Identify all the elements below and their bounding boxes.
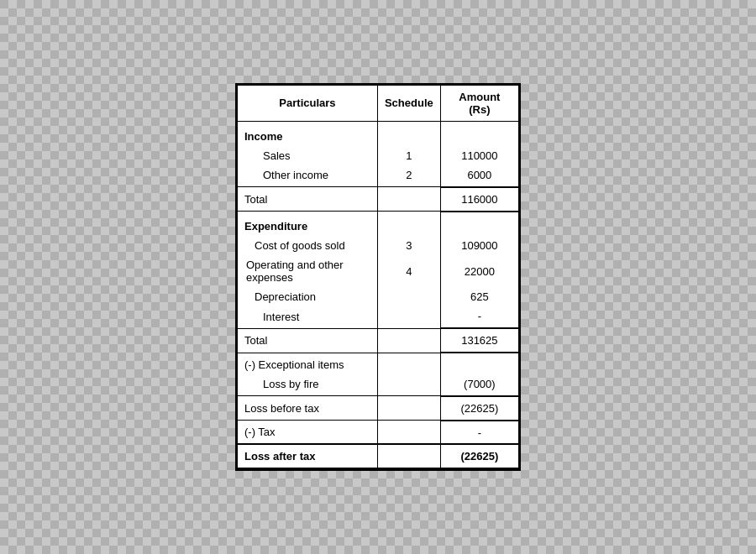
loss-after-tax-amount: (22625) [440, 444, 518, 468]
expenditure-label: Expenditure [238, 212, 378, 237]
depreciation-amount: 625 [440, 287, 518, 306]
tax-schedule [377, 421, 440, 445]
interest-amount: - [440, 306, 518, 328]
loss-by-fire-schedule [377, 374, 440, 396]
other-income-amount: 6000 [440, 165, 518, 187]
opex-label: Operating and other expenses [238, 255, 378, 287]
header-amount: Amount (Rs) [440, 85, 518, 121]
sales-label: Sales [238, 146, 378, 165]
depreciation-label: Depreciation [238, 287, 378, 306]
sales-row: Sales 1 110000 [238, 146, 519, 165]
expenditure-amount-blank [440, 212, 518, 237]
interest-schedule [377, 306, 440, 328]
income-total-label: Total [238, 187, 378, 212]
tax-label: (-) Tax [238, 421, 378, 445]
sales-schedule: 1 [377, 146, 440, 165]
exceptional-amount-blank [440, 353, 518, 374]
expenditure-total-row: Total 131625 [238, 328, 519, 353]
tax-row: (-) Tax - [238, 421, 519, 445]
income-schedule [377, 121, 440, 146]
income-label: Income [238, 121, 378, 146]
other-income-row: Other income 2 6000 [238, 165, 519, 187]
loss-before-tax-amount: (22625) [440, 396, 518, 421]
opex-amount: 22000 [440, 255, 518, 287]
income-total-amount: 116000 [440, 187, 518, 212]
financial-statement: Particulars Schedule Amount (Rs) Income … [235, 83, 521, 472]
loss-after-tax-schedule [377, 444, 440, 468]
cogs-label: Cost of goods sold [238, 236, 378, 255]
depreciation-schedule [377, 287, 440, 306]
expenditure-schedule-blank [377, 212, 440, 237]
tax-amount: - [440, 421, 518, 445]
section-header-expenditure: Expenditure [238, 212, 519, 237]
depreciation-row: Depreciation 625 [238, 287, 519, 306]
loss-before-tax-schedule [377, 396, 440, 421]
loss-before-tax-label: Loss before tax [238, 396, 378, 421]
section-header-income: Income [238, 121, 519, 146]
cogs-row: Cost of goods sold 3 109000 [238, 236, 519, 255]
income-total-row: Total 116000 [238, 187, 519, 212]
other-income-schedule: 2 [377, 165, 440, 187]
interest-row: Interest - [238, 306, 519, 328]
header-schedule: Schedule [377, 85, 440, 121]
sales-amount: 110000 [440, 146, 518, 165]
loss-by-fire-label: Loss by fire [238, 374, 378, 396]
exceptional-label: (-) Exceptional items [238, 353, 378, 374]
opex-row: Operating and other expenses 4 22000 [238, 255, 519, 287]
exceptional-header-row: (-) Exceptional items [238, 353, 519, 374]
loss-after-tax-row: Loss after tax (22625) [238, 444, 519, 468]
expenditure-total-schedule [377, 328, 440, 353]
expenditure-total-label: Total [238, 328, 378, 353]
loss-after-tax-label: Loss after tax [238, 444, 378, 468]
opex-schedule: 4 [377, 255, 440, 287]
other-income-label: Other income [238, 165, 378, 187]
expenditure-total-amount: 131625 [440, 328, 518, 353]
loss-by-fire-row: Loss by fire (7000) [238, 374, 519, 396]
cogs-schedule: 3 [377, 236, 440, 255]
loss-before-tax-row: Loss before tax (22625) [238, 396, 519, 421]
income-amount-blank [440, 121, 518, 146]
interest-label: Interest [238, 306, 378, 328]
header-particulars: Particulars [238, 85, 378, 121]
income-total-schedule [377, 187, 440, 212]
loss-by-fire-amount: (7000) [440, 374, 518, 396]
cogs-amount: 109000 [440, 236, 518, 255]
exceptional-schedule [377, 353, 440, 374]
